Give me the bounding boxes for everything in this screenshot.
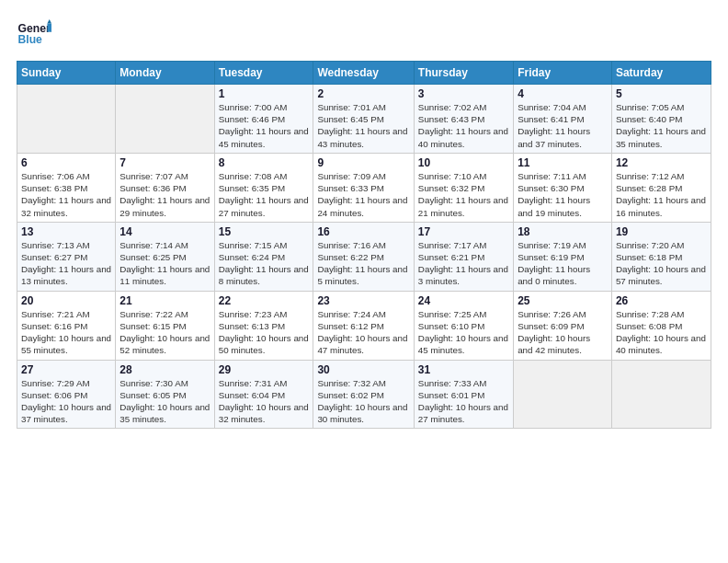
logo: General Blue — [17, 17, 51, 52]
calendar-cell: 11Sunrise: 7:11 AMSunset: 6:30 PMDayligh… — [514, 153, 612, 222]
day-detail: Sunrise: 7:07 AMSunset: 6:36 PMDaylight:… — [119, 170, 210, 219]
header: General Blue — [17, 17, 711, 52]
weekday-header-monday: Monday — [116, 62, 214, 85]
calendar-cell: 10Sunrise: 7:10 AMSunset: 6:32 PMDayligh… — [414, 153, 513, 222]
day-detail: Sunrise: 7:19 AMSunset: 6:19 PMDaylight:… — [518, 239, 608, 288]
calendar-table: SundayMondayTuesdayWednesdayThursdayFrid… — [17, 61, 711, 429]
day-number: 6 — [21, 156, 111, 169]
calendar-cell: 26Sunrise: 7:28 AMSunset: 6:08 PMDayligh… — [611, 291, 711, 360]
calendar-cell — [116, 85, 214, 154]
calendar-header: SundayMondayTuesdayWednesdayThursdayFrid… — [17, 62, 711, 85]
weekday-header-sunday: Sunday — [17, 62, 116, 85]
day-detail: Sunrise: 7:08 AMSunset: 6:35 PMDaylight:… — [219, 170, 310, 219]
day-number: 12 — [616, 156, 707, 169]
day-detail: Sunrise: 7:14 AMSunset: 6:25 PMDaylight:… — [119, 239, 210, 288]
calendar-body: 1Sunrise: 7:00 AMSunset: 6:46 PMDaylight… — [17, 85, 711, 429]
calendar-cell: 15Sunrise: 7:15 AMSunset: 6:24 PMDayligh… — [214, 222, 313, 291]
day-number: 31 — [418, 363, 509, 376]
day-detail: Sunrise: 7:31 AMSunset: 6:04 PMDaylight:… — [219, 377, 310, 426]
week-row-4: 20Sunrise: 7:21 AMSunset: 6:16 PMDayligh… — [17, 291, 711, 360]
calendar-cell: 2Sunrise: 7:01 AMSunset: 6:45 PMDaylight… — [313, 85, 414, 154]
day-number: 4 — [518, 87, 608, 100]
calendar-cell: 17Sunrise: 7:17 AMSunset: 6:21 PMDayligh… — [414, 222, 513, 291]
calendar-cell: 18Sunrise: 7:19 AMSunset: 6:19 PMDayligh… — [514, 222, 612, 291]
calendar-cell: 6Sunrise: 7:06 AMSunset: 6:38 PMDaylight… — [17, 153, 116, 222]
svg-text:Blue: Blue — [18, 33, 43, 46]
day-number: 22 — [219, 294, 310, 307]
calendar-cell — [611, 360, 711, 429]
calendar-cell: 7Sunrise: 7:07 AMSunset: 6:36 PMDaylight… — [116, 153, 214, 222]
weekday-header-row: SundayMondayTuesdayWednesdayThursdayFrid… — [17, 62, 711, 85]
calendar-cell: 21Sunrise: 7:22 AMSunset: 6:15 PMDayligh… — [116, 291, 214, 360]
day-detail: Sunrise: 7:04 AMSunset: 6:41 PMDaylight:… — [518, 101, 608, 150]
day-number: 1 — [219, 87, 310, 100]
day-number: 13 — [21, 225, 111, 238]
day-detail: Sunrise: 7:10 AMSunset: 6:32 PMDaylight:… — [418, 170, 509, 219]
week-row-3: 13Sunrise: 7:13 AMSunset: 6:27 PMDayligh… — [17, 222, 711, 291]
calendar-cell: 28Sunrise: 7:30 AMSunset: 6:05 PMDayligh… — [116, 360, 214, 429]
calendar-cell: 1Sunrise: 7:00 AMSunset: 6:46 PMDaylight… — [214, 85, 313, 154]
day-detail: Sunrise: 7:26 AMSunset: 6:09 PMDaylight:… — [518, 308, 608, 357]
calendar-cell: 22Sunrise: 7:23 AMSunset: 6:13 PMDayligh… — [214, 291, 313, 360]
day-number: 11 — [518, 156, 608, 169]
day-number: 2 — [317, 87, 409, 100]
calendar-cell: 20Sunrise: 7:21 AMSunset: 6:16 PMDayligh… — [17, 291, 116, 360]
day-number: 17 — [418, 225, 509, 238]
day-number: 28 — [119, 363, 210, 376]
weekday-header-wednesday: Wednesday — [313, 62, 414, 85]
day-detail: Sunrise: 7:28 AMSunset: 6:08 PMDaylight:… — [616, 308, 707, 357]
day-detail: Sunrise: 7:30 AMSunset: 6:05 PMDaylight:… — [119, 377, 210, 426]
day-number: 16 — [317, 225, 409, 238]
day-number: 5 — [616, 87, 707, 100]
calendar-cell: 23Sunrise: 7:24 AMSunset: 6:12 PMDayligh… — [313, 291, 414, 360]
day-number: 30 — [317, 363, 409, 376]
day-number: 25 — [518, 294, 608, 307]
day-number: 9 — [317, 156, 409, 169]
day-detail: Sunrise: 7:24 AMSunset: 6:12 PMDaylight:… — [317, 308, 409, 357]
day-detail: Sunrise: 7:21 AMSunset: 6:16 PMDaylight:… — [21, 308, 111, 357]
day-number: 23 — [317, 294, 409, 307]
calendar-cell: 13Sunrise: 7:13 AMSunset: 6:27 PMDayligh… — [17, 222, 116, 291]
calendar-cell: 5Sunrise: 7:05 AMSunset: 6:40 PMDaylight… — [611, 85, 711, 154]
calendar-cell: 27Sunrise: 7:29 AMSunset: 6:06 PMDayligh… — [17, 360, 116, 429]
day-detail: Sunrise: 7:15 AMSunset: 6:24 PMDaylight:… — [219, 239, 310, 288]
weekday-header-thursday: Thursday — [414, 62, 513, 85]
calendar-cell: 25Sunrise: 7:26 AMSunset: 6:09 PMDayligh… — [514, 291, 612, 360]
calendar-cell: 9Sunrise: 7:09 AMSunset: 6:33 PMDaylight… — [313, 153, 414, 222]
day-detail: Sunrise: 7:23 AMSunset: 6:13 PMDaylight:… — [219, 308, 310, 357]
day-detail: Sunrise: 7:01 AMSunset: 6:45 PMDaylight:… — [317, 101, 409, 150]
day-number: 18 — [518, 225, 608, 238]
day-detail: Sunrise: 7:20 AMSunset: 6:18 PMDaylight:… — [616, 239, 707, 288]
day-detail: Sunrise: 7:25 AMSunset: 6:10 PMDaylight:… — [418, 308, 509, 357]
day-number: 14 — [119, 225, 210, 238]
day-number: 7 — [119, 156, 210, 169]
svg-marker-2 — [47, 24, 51, 32]
calendar-cell: 12Sunrise: 7:12 AMSunset: 6:28 PMDayligh… — [611, 153, 711, 222]
calendar-cell: 29Sunrise: 7:31 AMSunset: 6:04 PMDayligh… — [214, 360, 313, 429]
day-detail: Sunrise: 7:09 AMSunset: 6:33 PMDaylight:… — [317, 170, 409, 219]
day-detail: Sunrise: 7:22 AMSunset: 6:15 PMDaylight:… — [119, 308, 210, 357]
calendar-cell: 24Sunrise: 7:25 AMSunset: 6:10 PMDayligh… — [414, 291, 513, 360]
calendar-cell: 30Sunrise: 7:32 AMSunset: 6:02 PMDayligh… — [313, 360, 414, 429]
day-detail: Sunrise: 7:11 AMSunset: 6:30 PMDaylight:… — [518, 170, 608, 219]
day-detail: Sunrise: 7:29 AMSunset: 6:06 PMDaylight:… — [21, 377, 111, 426]
calendar-cell: 14Sunrise: 7:14 AMSunset: 6:25 PMDayligh… — [116, 222, 214, 291]
day-detail: Sunrise: 7:13 AMSunset: 6:27 PMDaylight:… — [21, 239, 111, 288]
calendar-cell — [17, 85, 116, 154]
logo-icon: General Blue — [17, 17, 51, 52]
calendar-cell: 16Sunrise: 7:16 AMSunset: 6:22 PMDayligh… — [313, 222, 414, 291]
calendar-cell: 8Sunrise: 7:08 AMSunset: 6:35 PMDaylight… — [214, 153, 313, 222]
page: General Blue SundayMondayTuesdayWednesda… — [0, 0, 728, 563]
day-detail: Sunrise: 7:00 AMSunset: 6:46 PMDaylight:… — [219, 101, 310, 150]
week-row-5: 27Sunrise: 7:29 AMSunset: 6:06 PMDayligh… — [17, 360, 711, 429]
day-number: 27 — [21, 363, 111, 376]
day-detail: Sunrise: 7:05 AMSunset: 6:40 PMDaylight:… — [616, 101, 707, 150]
calendar-cell — [514, 360, 612, 429]
day-detail: Sunrise: 7:32 AMSunset: 6:02 PMDaylight:… — [317, 377, 409, 426]
day-detail: Sunrise: 7:06 AMSunset: 6:38 PMDaylight:… — [21, 170, 111, 219]
day-detail: Sunrise: 7:02 AMSunset: 6:43 PMDaylight:… — [418, 101, 509, 150]
day-number: 29 — [219, 363, 310, 376]
day-detail: Sunrise: 7:12 AMSunset: 6:28 PMDaylight:… — [616, 170, 707, 219]
weekday-header-saturday: Saturday — [611, 62, 711, 85]
day-detail: Sunrise: 7:33 AMSunset: 6:01 PMDaylight:… — [418, 377, 509, 426]
